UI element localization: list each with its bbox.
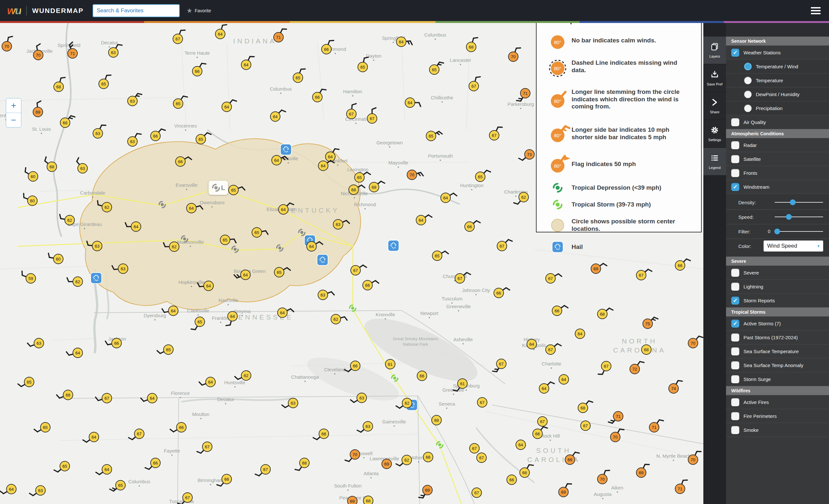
radio-temperature-wind[interactable]: Temperature / Wind	[726, 60, 829, 74]
station-temperature: 71	[520, 88, 531, 99]
radio-unselected-icon[interactable]	[744, 91, 752, 98]
zoom-in-button[interactable]: +	[6, 99, 21, 113]
station-temperature: 64	[416, 215, 426, 225]
section-header-atmospheric-conditions: Atmospheric Conditions	[726, 129, 829, 138]
station-temperature: 62	[169, 241, 179, 252]
station-temperature: 64	[205, 377, 216, 387]
station-temperature: 67	[489, 130, 499, 141]
station-temperature: 69	[382, 459, 392, 469]
settings-icon	[711, 126, 719, 135]
speed-slider[interactable]	[774, 217, 823, 217]
layer-active-fires[interactable]: Active Fires	[726, 395, 829, 409]
hail-report-icon[interactable]	[91, 273, 101, 283]
checkbox-unchecked-icon[interactable]	[731, 155, 739, 163]
station-temperature: 69	[636, 467, 646, 478]
radio-unselected-icon[interactable]	[744, 77, 752, 84]
layer-fronts[interactable]: Fronts	[726, 166, 829, 180]
speed-slider-thumb[interactable]	[786, 214, 792, 220]
checkbox-unchecked-icon[interactable]	[731, 282, 739, 291]
checkbox-unchecked-icon[interactable]	[731, 347, 739, 355]
hail-report-icon[interactable]	[317, 255, 328, 265]
toolbar-settings[interactable]: Settings	[704, 120, 726, 147]
layer-label: Windstream	[744, 184, 769, 190]
radio-unselected-icon[interactable]	[744, 105, 752, 112]
checkbox-checked-icon[interactable]: ✓	[731, 48, 739, 56]
toolbar-share[interactable]: Share	[704, 92, 726, 119]
density-slider-thumb[interactable]	[790, 199, 796, 205]
layer-radar[interactable]: Radar	[726, 138, 829, 152]
color-select[interactable]: Wind Speed ▼	[764, 240, 823, 251]
favorite-button[interactable]: ★ Favorite	[186, 7, 211, 14]
layer-smoke[interactable]: Smoke	[726, 423, 829, 437]
legend-item-direction: 80° Longer line stemming from the circle…	[544, 80, 695, 118]
search-favorites-input[interactable]	[93, 4, 180, 17]
toolbar-legend[interactable]: Legend	[704, 148, 726, 175]
layer-weather-stations[interactable]: ✓Weather Stations	[726, 46, 829, 60]
filter-slider[interactable]	[774, 231, 823, 232]
checkbox-checked-icon[interactable]: ✓	[731, 319, 739, 327]
tropical-storm-icon[interactable]	[391, 374, 399, 384]
radio-precipitation[interactable]: Precipitation	[726, 101, 829, 115]
toolbar-layers[interactable]: Layers	[704, 37, 726, 64]
checkbox-unchecked-icon[interactable]	[731, 398, 739, 406]
toolbar-label: Save Pref	[707, 82, 722, 86]
layer-past-storms-1972-2024-[interactable]: Past Storms (1972-2024)	[726, 331, 829, 344]
tropical-storm-icon[interactable]	[436, 440, 444, 450]
station-temperature: 63	[127, 96, 138, 106]
density-slider[interactable]	[774, 202, 823, 203]
svg-text:80°: 80°	[554, 133, 562, 138]
checkbox-unchecked-icon[interactable]	[731, 269, 739, 277]
past-storm-position-icon[interactable]	[276, 244, 284, 254]
station-temperature: 68	[641, 344, 652, 355]
station-temperature: 64	[168, 306, 178, 316]
station-temperature: 64	[6, 484, 16, 494]
wu-logo[interactable]: wu WUNDERMAP	[7, 4, 83, 17]
past-storm-position-icon[interactable]	[158, 200, 167, 210]
legend-item-text: Dashed Line indicates missing wind data.	[572, 59, 688, 74]
station-temperature: 65	[228, 185, 239, 195]
layer-severe[interactable]: Severe	[726, 266, 829, 280]
layer-air-quality[interactable]: Air Quality	[726, 115, 829, 129]
zoom-out-button[interactable]: −	[6, 113, 21, 127]
tropical-storm-icon[interactable]	[349, 304, 357, 314]
layer-sea-surface-temp-anomaly[interactable]: Sea Surface Temp Anomaly	[726, 358, 829, 372]
radio-temperature[interactable]: Temperature	[726, 74, 829, 87]
checkbox-checked-icon[interactable]: ✓	[731, 183, 739, 191]
toolbar-save-pref[interactable]: Save Pref	[704, 65, 726, 91]
layer-sea-surface-temperature[interactable]: Sea Surface Temperature	[726, 344, 829, 358]
station-temperature: 67	[476, 453, 487, 463]
layer-lightning[interactable]: Lightning	[726, 280, 829, 294]
hail-report-icon[interactable]	[388, 240, 399, 251]
checkbox-unchecked-icon[interactable]	[731, 118, 739, 126]
station-temperature: 60	[28, 171, 38, 182]
checkbox-unchecked-icon[interactable]	[731, 426, 739, 434]
layer-storm-reports[interactable]: ✓Storm Reports	[726, 294, 829, 308]
layer-satellite[interactable]: Satellite	[726, 152, 829, 166]
radio-dewpoint-humidity[interactable]: DewPoint / Humidity	[726, 87, 829, 101]
station-temperature: 70	[350, 449, 360, 460]
station-temperature: 64	[89, 432, 99, 442]
checkbox-unchecked-icon[interactable]	[731, 169, 739, 177]
legend-item-text: Circle shows possible storm center locat…	[572, 218, 688, 233]
checkbox-unchecked-icon[interactable]	[731, 334, 739, 342]
layer-active-storms-7-[interactable]: ✓Active Storms (7)	[726, 317, 829, 331]
station-temperature: 68	[47, 161, 57, 172]
station-temperature: 69	[33, 107, 43, 117]
station-temperature: 70	[508, 51, 518, 62]
station-temperature: 70	[33, 50, 43, 60]
radio-selected-icon[interactable]	[744, 63, 752, 70]
station-temperature: 67	[350, 265, 361, 275]
filter-slider-thumb[interactable]	[774, 229, 780, 234]
checkbox-unchecked-icon[interactable]	[731, 141, 739, 149]
menu-icon[interactable]	[811, 5, 821, 16]
checkbox-unchecked-icon[interactable]	[731, 375, 739, 383]
logo-separator	[26, 6, 27, 15]
checkbox-unchecked-icon[interactable]	[731, 361, 739, 369]
layer-windstream[interactable]: ✓Windstream	[726, 180, 829, 194]
layer-fire-perimeters[interactable]: Fire Perimeters	[726, 409, 829, 423]
checkbox-checked-icon[interactable]: ✓	[731, 297, 739, 305]
layer-storm-surge[interactable]: Storm Surge	[726, 372, 829, 386]
station-temperature: 64	[307, 241, 317, 251]
checkbox-unchecked-icon[interactable]	[731, 412, 739, 420]
station-temperature: 63	[288, 398, 298, 408]
